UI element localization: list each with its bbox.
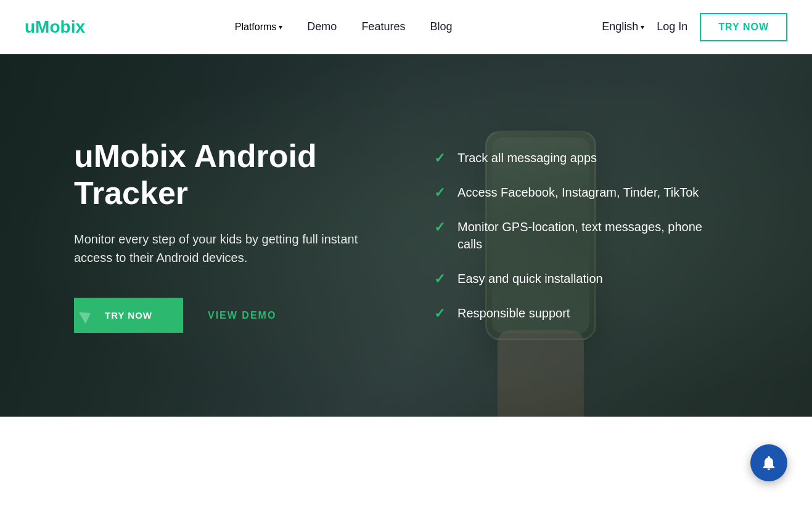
feature-text-3: Monitor GPS-location, text messages, pho… [457, 218, 726, 253]
notification-bell-button[interactable] [750, 444, 787, 481]
nav-item-features[interactable]: Features [361, 20, 405, 33]
feature-item-3: ✓ Monitor GPS-location, text messages, p… [434, 218, 726, 253]
nav-try-now-button[interactable]: TRY NOW [700, 13, 787, 41]
chevron-down-icon: ▾ [279, 23, 282, 31]
nav-right: English ▾ Log In TRY NOW [602, 13, 787, 41]
feature-text-1: Track all messaging apps [457, 149, 597, 166]
feature-text-4: Easy and quick installation [457, 270, 603, 287]
below-hero-section [0, 417, 812, 506]
hero-title: uMobix Android Tracker [74, 138, 434, 212]
hero-section: uMobix Android Tracker Monitor every ste… [0, 54, 812, 417]
feature-text-2: Access Facebook, Instagram, Tinder, TikT… [457, 184, 699, 201]
hero-subtitle: Monitor every step of your kids by getti… [74, 230, 370, 267]
logo-prefix: u [25, 17, 35, 36]
login-link[interactable]: Log In [657, 20, 687, 33]
bell-icon [760, 454, 777, 471]
nav-item-platforms[interactable]: Platforms ▾ [235, 22, 283, 33]
feature-item-2: ✓ Access Facebook, Instagram, Tinder, Ti… [434, 184, 726, 201]
nav-item-demo[interactable]: Demo [307, 20, 337, 33]
feature-item-4: ✓ Easy and quick installation [434, 270, 726, 287]
check-icon-1: ✓ [434, 150, 445, 166]
check-icon-5: ✓ [434, 306, 445, 322]
hero-features-list: ✓ Track all messaging apps ✓ Access Face… [434, 149, 775, 322]
language-selector[interactable]: English ▾ [602, 20, 644, 33]
hero-buttons: TRY NOW VIEW DEMO [74, 298, 434, 333]
feature-item-5: ✓ Responsible support [434, 304, 726, 322]
nav-item-blog[interactable]: Blog [430, 20, 452, 33]
nav-links: Platforms ▾ Demo Features Blog [235, 20, 453, 33]
check-icon-2: ✓ [434, 185, 445, 201]
hero-view-demo-button[interactable]: VIEW DEMO [208, 310, 276, 321]
feature-text-5: Responsible support [457, 304, 570, 322]
language-label: English [602, 20, 638, 33]
check-icon-3: ✓ [434, 219, 445, 235]
platforms-label: Platforms [235, 22, 277, 33]
hero-try-now-button[interactable]: TRY NOW [74, 298, 183, 333]
hero-content: uMobix Android Tracker Monitor every ste… [37, 138, 434, 333]
check-icon-4: ✓ [434, 271, 445, 287]
brand-logo[interactable]: uMobix [25, 17, 85, 37]
hero-inner: uMobix Android Tracker Monitor every ste… [0, 138, 812, 333]
language-chevron-icon: ▾ [641, 23, 644, 31]
feature-item-1: ✓ Track all messaging apps [434, 149, 726, 166]
navbar: uMobix Platforms ▾ Demo Features Blog En… [0, 0, 812, 54]
logo-main: Mobix [35, 17, 85, 36]
